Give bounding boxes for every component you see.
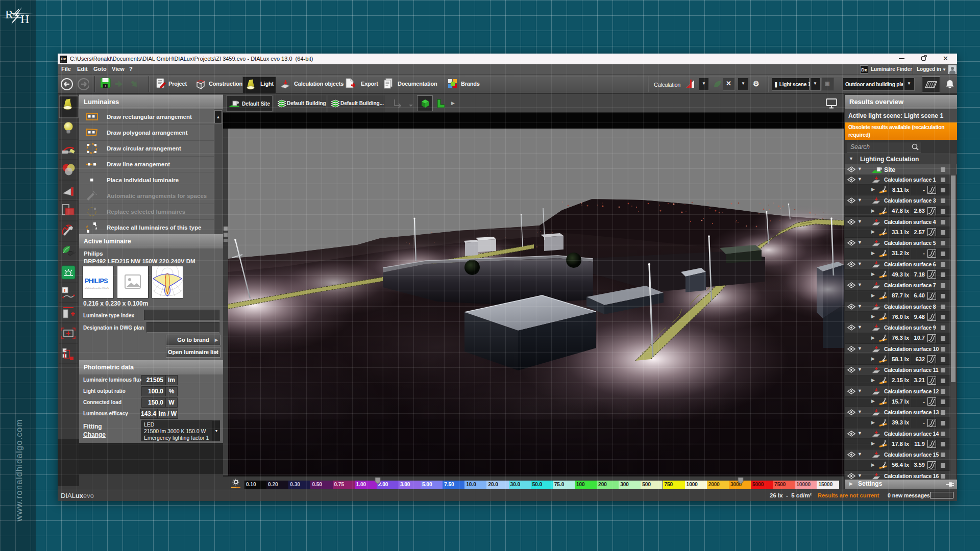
svg-text:R: R — [5, 8, 13, 21]
svg-text:H: H — [20, 12, 29, 26]
svg-text:T: T — [63, 288, 66, 293]
